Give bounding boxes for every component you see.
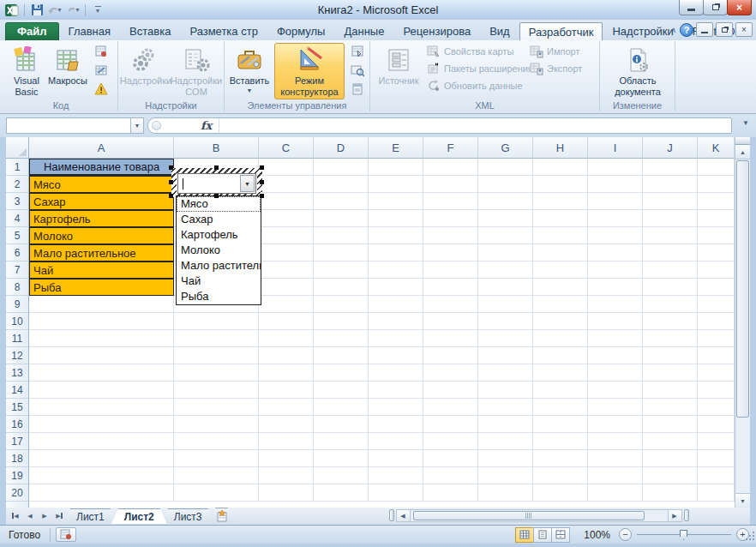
cell-B14[interactable] <box>174 382 259 399</box>
cell-J11[interactable] <box>643 330 698 347</box>
cell-G3[interactable] <box>478 193 533 210</box>
cell-K17[interactable] <box>698 433 735 450</box>
cell-I19[interactable] <box>588 467 643 484</box>
cell-F10[interactable] <box>423 313 478 330</box>
zoom-out-button[interactable]: − <box>619 528 632 541</box>
row-number[interactable]: 7 <box>6 261 29 279</box>
cell-I4[interactable] <box>588 210 643 227</box>
cell-C13[interactable] <box>259 364 314 382</box>
cell-D1[interactable] <box>314 159 369 176</box>
cell-K19[interactable] <box>698 467 735 484</box>
ribbon-tab[interactable]: Данные <box>334 22 393 40</box>
cell-G19[interactable] <box>478 467 533 484</box>
cell-J20[interactable] <box>643 484 698 502</box>
macros-button[interactable]: Макросы <box>47 43 88 99</box>
cell-D6[interactable] <box>314 244 369 261</box>
cell-K2[interactable] <box>698 176 735 193</box>
refresh-data-button[interactable]: Обновить данные <box>427 77 533 94</box>
ribbon-tab[interactable]: Файл <box>5 22 59 40</box>
cell-I11[interactable] <box>588 330 643 347</box>
cell-G12[interactable] <box>478 347 533 364</box>
cell-D10[interactable] <box>314 313 369 330</box>
cell-G8[interactable] <box>478 279 533 296</box>
workbook-restore-button[interactable] <box>716 22 733 37</box>
cell-D3[interactable] <box>314 193 369 210</box>
cell-J17[interactable] <box>643 433 698 450</box>
cell-I6[interactable] <box>588 244 643 261</box>
cell-K8[interactable] <box>698 279 735 296</box>
cell-C6[interactable] <box>259 244 314 261</box>
ribbon-tab[interactable]: Рецензирова <box>393 22 480 40</box>
cell-I2[interactable] <box>588 176 643 193</box>
cell-K6[interactable] <box>698 244 735 261</box>
cell-J4[interactable] <box>643 210 698 227</box>
combobox-field[interactable]: ▼ <box>177 173 256 194</box>
cell-I20[interactable] <box>588 484 643 502</box>
cell-J5[interactable] <box>643 227 698 244</box>
horizontal-scroll-thumb[interactable] <box>413 511 645 520</box>
column-header-G[interactable]: G <box>478 137 533 159</box>
row-number[interactable]: 10 <box>6 313 29 330</box>
cell-C10[interactable] <box>259 313 314 330</box>
row-number[interactable]: 1 <box>6 159 29 176</box>
row-number[interactable] <box>6 502 29 508</box>
cell-I16[interactable] <box>588 416 643 433</box>
cell-A4[interactable]: Картофель <box>29 210 174 227</box>
ribbon-tab[interactable]: Вставка <box>120 22 180 40</box>
cell-K15[interactable] <box>698 399 735 416</box>
row-number[interactable]: 20 <box>6 484 29 502</box>
cell-I7[interactable] <box>588 261 643 279</box>
cell-A9[interactable] <box>29 296 174 313</box>
cell-F13[interactable] <box>423 364 478 382</box>
cell-B12[interactable] <box>174 347 259 364</box>
cell-C9[interactable] <box>259 296 314 313</box>
cell-I14[interactable] <box>588 382 643 399</box>
run-dialog-icon[interactable] <box>348 81 367 98</box>
resize-handle[interactable] <box>260 194 264 198</box>
cell-H17[interactable] <box>533 433 588 450</box>
cell-A8[interactable]: Рыба <box>29 279 174 296</box>
cell-K11[interactable] <box>698 330 735 347</box>
scroll-down-icon[interactable]: ▼ <box>735 493 750 508</box>
cell-F6[interactable] <box>423 244 478 261</box>
cell-C8[interactable] <box>259 279 314 296</box>
cell-G7[interactable] <box>478 261 533 279</box>
export-button[interactable]: Экспорт <box>530 60 582 77</box>
select-all-corner[interactable] <box>6 137 29 159</box>
row-number[interactable]: 18 <box>6 450 29 467</box>
cell-K10[interactable] <box>698 313 735 330</box>
cell-J8[interactable] <box>643 279 698 296</box>
cell-K20[interactable] <box>698 484 735 502</box>
cell-E3[interactable] <box>369 193 423 210</box>
cell-K4[interactable] <box>698 210 735 227</box>
record-macro-status-button[interactable] <box>56 527 76 542</box>
ribbon-tab[interactable]: Вид <box>480 22 519 40</box>
cell-D12[interactable] <box>314 347 369 364</box>
combobox-dropdown-icon[interactable]: ▼ <box>240 175 255 192</box>
cell-E9[interactable] <box>369 296 423 313</box>
column-header-D[interactable]: D <box>314 137 369 159</box>
cell-H1[interactable] <box>533 159 588 176</box>
cell-A12[interactable] <box>29 347 174 364</box>
cell-G15[interactable] <box>478 399 533 416</box>
cell-H9[interactable] <box>533 296 588 313</box>
cell-D2[interactable] <box>314 176 369 193</box>
visual-basic-button[interactable]: Visual Basic <box>8 43 45 99</box>
cell-A17[interactable] <box>29 433 174 450</box>
cell-H10[interactable] <box>533 313 588 330</box>
cell-E14[interactable] <box>369 382 423 399</box>
cell-H5[interactable] <box>533 227 588 244</box>
cell-I1[interactable] <box>588 159 643 176</box>
cell-H13[interactable] <box>533 364 588 382</box>
cell-F15[interactable] <box>423 399 478 416</box>
cell-A1[interactable]: Наименование товара <box>29 159 174 176</box>
cell-F9[interactable] <box>423 296 478 313</box>
map-properties-button[interactable]: Свойства карты <box>427 43 533 60</box>
cell-H16[interactable] <box>533 416 588 433</box>
tab-split-handle[interactable] <box>389 509 394 521</box>
insert-control-button[interactable]: Вставить ▼ <box>228 43 271 99</box>
page-break-view-button[interactable] <box>551 527 570 543</box>
cell-G4[interactable] <box>478 210 533 227</box>
cell-G1[interactable] <box>478 159 533 176</box>
cell-B15[interactable] <box>174 399 259 416</box>
